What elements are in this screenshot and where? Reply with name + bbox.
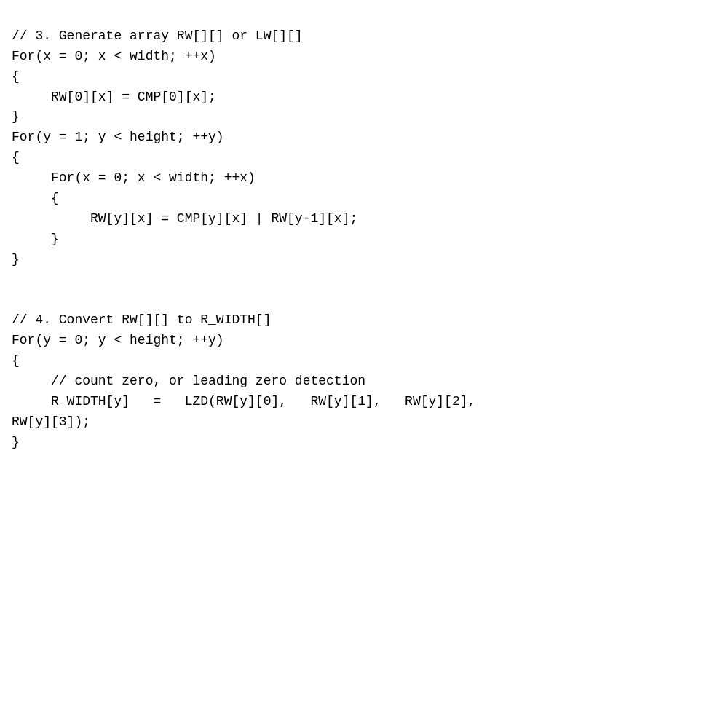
code-line-12 bbox=[12, 270, 716, 291]
code-line-1: For(x = 0; x < width; ++x) bbox=[12, 47, 716, 67]
code-line-7: For(x = 0; x < width; ++x) bbox=[12, 168, 716, 189]
code-line-16: { bbox=[12, 351, 716, 371]
code-line-18: R_WIDTH[y] = LZD(RW[y][0], RW[y][1], RW[… bbox=[12, 392, 716, 412]
code-line-6: { bbox=[12, 148, 716, 168]
code-line-15: For(y = 0; y < height; ++y) bbox=[12, 331, 716, 351]
code-line-3: RW[0][x] = CMP[0][x]; bbox=[12, 87, 716, 108]
code-line-17: // count zero, or leading zero detection bbox=[12, 371, 716, 392]
code-line-10: } bbox=[12, 229, 716, 250]
code-line-11: } bbox=[12, 250, 716, 270]
code-line-2: { bbox=[12, 67, 716, 87]
code-line-4: } bbox=[12, 107, 716, 127]
code-line-20: } bbox=[12, 433, 716, 453]
code-line-19: RW[y][3]); bbox=[12, 412, 716, 433]
code-block: // 3. Generate array RW[][] or LW[][]For… bbox=[12, 6, 716, 453]
code-line-13 bbox=[12, 290, 716, 310]
code-line-8: { bbox=[12, 189, 716, 209]
code-line-14: // 4. Convert RW[][] to R_WIDTH[] bbox=[12, 310, 716, 331]
code-line-9: RW[y][x] = CMP[y][x] | RW[y-1][x]; bbox=[12, 209, 716, 229]
code-line-0: // 3. Generate array RW[][] or LW[][] bbox=[12, 26, 716, 47]
code-line-5: For(y = 1; y < height; ++y) bbox=[12, 127, 716, 148]
